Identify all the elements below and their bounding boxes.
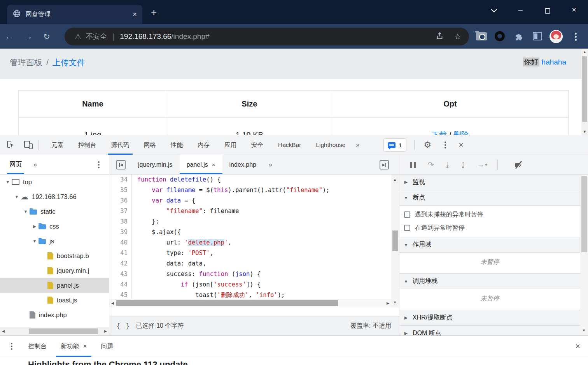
devtools-tab-安全[interactable]: 安全 <box>244 135 271 155</box>
tree-expander-icon[interactable]: ▼ <box>22 209 30 214</box>
debug-section-作用域[interactable]: ▼作用域 <box>399 237 580 253</box>
browser-menu-kebab-icon[interactable] <box>575 33 577 35</box>
tree-item-top[interactable]: ▼top <box>0 175 109 189</box>
scroll-thumb[interactable] <box>29 328 98 334</box>
scroll-down-icon[interactable]: ▼ <box>392 298 398 307</box>
navigator-more-tabs-icon[interactable]: » <box>33 161 37 168</box>
navigator-kebab-icon[interactable] <box>98 161 100 163</box>
drawer-tab-新功能[interactable]: 新功能× <box>54 336 94 357</box>
reload-button[interactable]: ↻ <box>37 32 56 41</box>
editor-v-scrollbar[interactable]: ▲ ▼ <box>391 175 399 307</box>
browser-tab[interactable]: 网盘管理 × <box>7 5 142 24</box>
record-circle-icon[interactable] <box>495 31 505 41</box>
devtools-tab-内存[interactable]: 内存 <box>190 135 217 155</box>
editor-h-scrollbar[interactable]: ◀ ▶ <box>109 299 391 307</box>
tab-close-icon[interactable]: × <box>133 10 137 19</box>
file-tab-panel.js[interactable]: panel.js× <box>180 155 222 174</box>
scroll-left-icon[interactable]: ◀ <box>109 299 116 307</box>
checkbox[interactable] <box>404 211 410 218</box>
debug-section-XHR/提取断点[interactable]: ▶XHR/提取断点 <box>399 310 580 326</box>
scroll-left-icon[interactable]: ◀ <box>0 327 7 335</box>
tree-expander-icon[interactable]: ▶ <box>31 224 38 229</box>
tree-item-bootstrap.b[interactable]: bootstrap.b <box>0 248 109 263</box>
pause-script-icon[interactable] <box>410 162 416 168</box>
devtools-tab-HackBar[interactable]: HackBar <box>271 135 308 155</box>
devtools-tab-性能[interactable]: 性能 <box>163 135 190 155</box>
devtools-tab-应用[interactable]: 应用 <box>217 135 244 155</box>
tree-expander-icon[interactable]: ▼ <box>31 239 38 243</box>
devtools-settings-gear-icon[interactable]: ⚙ <box>424 140 432 150</box>
not-secure-label[interactable]: 不安全 <box>86 32 107 41</box>
breakpoint-option-row[interactable]: 在遇到异常时暂停 <box>399 221 580 234</box>
tree-item-panel.js[interactable]: panel.js <box>0 278 109 293</box>
debug-section-断点[interactable]: ▼断点 <box>399 190 580 206</box>
tree-expander-icon[interactable]: ▼ <box>4 180 12 184</box>
tab-search-chevron-icon[interactable] <box>488 5 500 14</box>
braces-icon[interactable]: { } <box>116 322 131 330</box>
step-over-icon[interactable]: ↷ <box>427 160 434 169</box>
tree-item-css[interactable]: ▶css <box>0 219 109 234</box>
back-button[interactable]: ← <box>0 31 19 42</box>
devtools-tab-控制台[interactable]: 控制台 <box>71 135 104 155</box>
new-tab-button[interactable]: + <box>151 9 157 16</box>
tree-item-index.php[interactable]: index.php <box>0 307 109 322</box>
window-maximize-button[interactable] <box>542 7 553 16</box>
scroll-thumb[interactable] <box>581 176 587 252</box>
file-tab-jquery.min.js[interactable]: jquery.min.js <box>131 155 180 174</box>
debugger-v-scrollbar[interactable]: ▼ <box>580 175 588 335</box>
greeting-username-link[interactable]: hahaha <box>542 58 566 66</box>
tree-item-toast.js[interactable]: toast.js <box>0 293 109 307</box>
breadcrumb-current-link[interactable]: 上传文件 <box>52 58 85 67</box>
drawer-close-icon[interactable]: × <box>575 341 580 351</box>
tree-item-jquery.min.j[interactable]: jquery.min.j <box>0 263 109 278</box>
debug-section-监视[interactable]: ▶监视 <box>399 175 580 190</box>
side-panel-icon[interactable] <box>533 32 542 40</box>
step-out-icon[interactable]: ↑ <box>461 161 465 168</box>
scroll-thumb[interactable] <box>392 231 398 251</box>
breakpoint-option-row[interactable]: 遇到未捕获的异常时暂停 <box>399 208 580 221</box>
window-minimize-button[interactable]: – <box>514 5 526 14</box>
tree-expander-icon[interactable]: ▼ <box>13 194 21 199</box>
devtools-close-icon[interactable]: × <box>458 140 464 150</box>
drawer-tab-问题[interactable]: 问题 <box>94 336 120 357</box>
scroll-down-icon[interactable]: ▼ <box>581 128 588 135</box>
page-scrollbar[interactable]: ▲ ▼ <box>581 49 588 135</box>
step-icon[interactable]: → <box>477 160 487 169</box>
tree-item-static[interactable]: ▼static <box>0 204 109 219</box>
file-tab-close-icon[interactable]: × <box>212 161 215 168</box>
show-debugger-icon[interactable]: ▶ <box>380 160 389 169</box>
device-toolbar-icon[interactable] <box>24 141 33 149</box>
devtools-tab-网络[interactable]: 网络 <box>136 135 163 155</box>
inspect-element-icon[interactable] <box>6 140 16 150</box>
file-action-link[interactable]: 删除 <box>453 131 469 135</box>
deactivate-breakpoints-icon[interactable] <box>514 161 523 169</box>
address-bar[interactable]: ⚠ 不安全 | 192.168.173.66 /index.php# ☆ <box>65 28 469 45</box>
drawer-tab-控制台[interactable]: 控制台 <box>21 336 54 357</box>
window-close-button[interactable]: × <box>568 5 580 14</box>
file-action-link[interactable]: 下载 <box>431 131 447 135</box>
file-tabs-more-icon[interactable]: » <box>263 161 278 168</box>
drawer-tab-close-icon[interactable]: × <box>83 343 87 350</box>
file-tab-index.php[interactable]: index.php <box>222 155 263 174</box>
more-tabs-chevrons-icon[interactable]: » <box>353 141 362 148</box>
forward-button[interactable]: → <box>19 31 37 42</box>
checkbox[interactable] <box>404 225 410 231</box>
scroll-up-icon[interactable]: ▲ <box>392 175 398 184</box>
scroll-right-icon[interactable]: ▶ <box>102 327 109 335</box>
scroll-down-icon[interactable]: ▼ <box>581 326 587 335</box>
devtools-tab-Lighthouse[interactable]: Lighthouse <box>308 135 353 155</box>
extensions-puzzle-icon[interactable] <box>514 31 524 43</box>
tree-item-192.168.173.66[interactable]: ▼☁192.168.173.66 <box>0 189 109 204</box>
devtools-tab-元素[interactable]: 元素 <box>44 135 71 155</box>
profile-avatar[interactable] <box>550 30 563 43</box>
navigator-tab-page[interactable]: 网页 <box>9 155 22 174</box>
debug-section-DOM 断点[interactable]: ▶DOM 断点 <box>399 326 580 335</box>
scroll-thumb[interactable] <box>582 56 587 122</box>
tree-item-js[interactable]: ▼js <box>0 234 109 248</box>
screenshot-camera-icon[interactable] <box>476 32 487 40</box>
scroll-thumb[interactable] <box>116 300 338 306</box>
navigator-h-scrollbar[interactable]: ◀ ▶ <box>0 327 109 335</box>
issues-button[interactable]: 1 <box>383 138 406 152</box>
devtools-menu-kebab-icon[interactable] <box>444 141 446 143</box>
step-into-icon[interactable]: ↓ <box>446 161 450 168</box>
